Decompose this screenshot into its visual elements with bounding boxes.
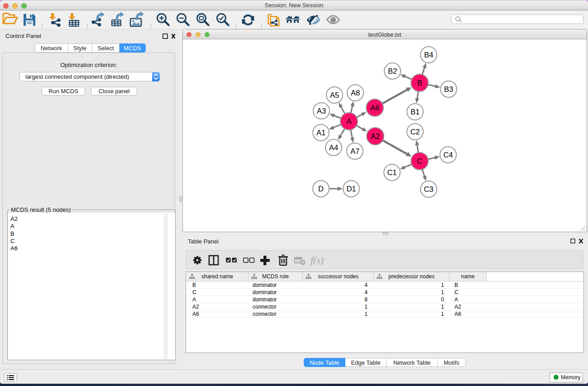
svg-text:A2: A2: [371, 132, 380, 140]
svg-text:B4: B4: [424, 51, 433, 59]
svg-text:B: B: [417, 79, 422, 87]
svg-text:A: A: [346, 117, 351, 125]
svg-text:B2: B2: [388, 67, 397, 75]
svg-text:C1: C1: [387, 168, 397, 176]
svg-text:B1: B1: [411, 108, 420, 116]
svg-text:D1: D1: [346, 185, 356, 193]
svg-text:f(x): f(x): [311, 255, 324, 266]
svg-text:C3: C3: [424, 185, 433, 193]
svg-text:C4: C4: [443, 151, 453, 159]
svg-text:C2: C2: [410, 128, 420, 136]
svg-text:C: C: [417, 157, 422, 165]
svg-text:B3: B3: [444, 85, 453, 93]
svg-text:A5: A5: [330, 91, 339, 99]
svg-text:A8: A8: [351, 89, 360, 97]
svg-text:A4: A4: [329, 143, 338, 152]
svg-text:A3: A3: [317, 107, 326, 115]
svg-text:A6: A6: [370, 104, 379, 112]
svg-text:D: D: [318, 185, 324, 193]
svg-text:A7: A7: [350, 147, 359, 155]
svg-text:A1: A1: [316, 129, 325, 137]
